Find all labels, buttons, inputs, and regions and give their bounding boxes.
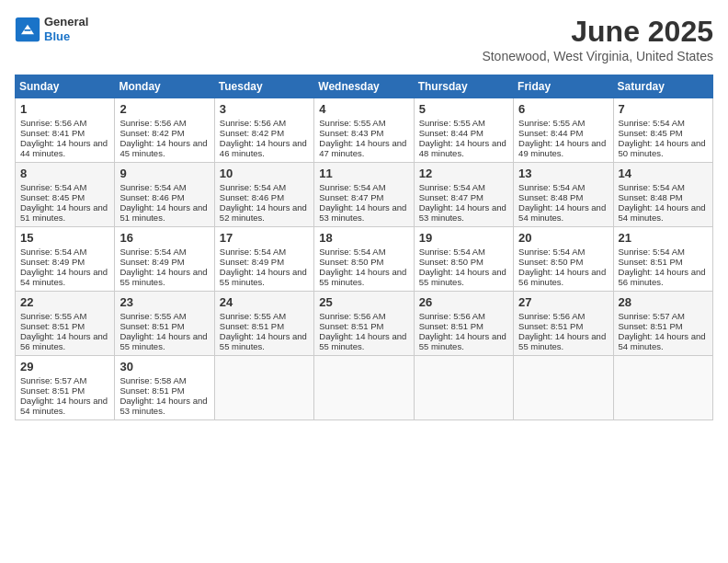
day-number: 29 (20, 360, 109, 373)
sunrise-label: Sunrise: 5:54 AM (518, 182, 585, 192)
sunrise-label: Sunrise: 5:56 AM (220, 118, 286, 128)
daylight-label: Daylight: 14 hours and 49 minutes. (518, 138, 606, 158)
daylight-label: Daylight: 14 hours and 45 minutes. (119, 138, 207, 158)
daylight-label: Daylight: 14 hours and 55 minutes. (319, 267, 406, 287)
calendar-day-cell: 1 Sunrise: 5:56 AM Sunset: 8:41 PM Dayli… (16, 98, 115, 163)
sunset-label: Sunset: 8:43 PM (319, 128, 383, 138)
logo-text-line1: General (44, 15, 88, 29)
daylight-label: Daylight: 14 hours and 55 minutes. (220, 267, 307, 287)
day-number: 16 (119, 231, 209, 245)
calendar-header: SundayMondayTuesdayWednesdayThursdayFrid… (16, 75, 713, 98)
sunrise-label: Sunrise: 5:54 AM (619, 247, 685, 257)
day-number: 25 (319, 295, 408, 309)
day-of-week-header: Friday (514, 75, 613, 98)
daylight-label: Daylight: 14 hours and 53 minutes. (419, 202, 506, 223)
sunrise-label: Sunrise: 5:55 AM (419, 118, 485, 128)
day-number: 12 (419, 167, 508, 180)
sunset-label: Sunset: 8:49 PM (220, 257, 284, 267)
calendar-day-cell (314, 356, 414, 420)
daylight-label: Daylight: 14 hours and 55 minutes. (119, 331, 207, 351)
sunrise-label: Sunrise: 5:56 AM (119, 118, 186, 128)
sunset-label: Sunset: 8:51 PM (119, 321, 184, 331)
daylight-label: Daylight: 14 hours and 55 minutes. (419, 267, 506, 287)
calendar-day-cell (214, 356, 313, 420)
day-number: 21 (619, 231, 708, 245)
day-number: 11 (319, 167, 408, 180)
daylight-label: Daylight: 14 hours and 56 minutes. (20, 331, 108, 351)
calendar-week-row: 22 Sunrise: 5:55 AM Sunset: 8:51 PM Dayl… (16, 292, 713, 356)
day-number: 26 (419, 295, 508, 309)
calendar-day-cell: 26 Sunrise: 5:56 AM Sunset: 8:51 PM Dayl… (414, 292, 513, 356)
calendar-day-cell: 24 Sunrise: 5:55 AM Sunset: 8:51 PM Dayl… (214, 292, 313, 356)
sunrise-label: Sunrise: 5:56 AM (20, 118, 86, 128)
day-of-week-header: Tuesday (214, 75, 313, 98)
daylight-label: Daylight: 14 hours and 48 minutes. (419, 138, 506, 158)
day-number: 2 (119, 102, 209, 116)
sunset-label: Sunset: 8:47 PM (419, 192, 483, 202)
sunrise-label: Sunrise: 5:56 AM (319, 311, 385, 321)
calendar-title: June 2025 (482, 15, 713, 49)
sunset-label: Sunset: 8:51 PM (20, 321, 85, 331)
sunset-label: Sunset: 8:49 PM (20, 257, 85, 267)
sunrise-label: Sunrise: 5:54 AM (20, 247, 86, 257)
sunset-label: Sunset: 8:41 PM (20, 128, 85, 138)
calendar-day-cell: 5 Sunrise: 5:55 AM Sunset: 8:44 PM Dayli… (414, 98, 513, 163)
calendar-day-cell: 20 Sunrise: 5:54 AM Sunset: 8:50 PM Dayl… (514, 227, 613, 292)
sunrise-label: Sunrise: 5:54 AM (619, 118, 685, 128)
sunset-label: Sunset: 8:51 PM (619, 257, 683, 267)
sunset-label: Sunset: 8:49 PM (119, 257, 184, 267)
daylight-label: Daylight: 14 hours and 53 minutes. (119, 396, 207, 416)
calendar-day-cell: 3 Sunrise: 5:56 AM Sunset: 8:42 PM Dayli… (214, 98, 313, 163)
calendar-body: 1 Sunrise: 5:56 AM Sunset: 8:41 PM Dayli… (16, 98, 713, 420)
logo-text-line2: Blue (44, 29, 88, 44)
daylight-label: Daylight: 14 hours and 50 minutes. (619, 138, 706, 158)
calendar-day-cell: 13 Sunrise: 5:54 AM Sunset: 8:48 PM Dayl… (514, 163, 613, 227)
day-number: 19 (419, 231, 508, 245)
calendar-day-cell: 27 Sunrise: 5:56 AM Sunset: 8:51 PM Dayl… (514, 292, 613, 356)
sunset-label: Sunset: 8:51 PM (518, 321, 583, 331)
page-header: General Blue June 2025 Stonewood, West V… (15, 15, 713, 63)
daylight-label: Daylight: 14 hours and 55 minutes. (119, 267, 207, 287)
sunrise-label: Sunrise: 5:54 AM (619, 182, 685, 192)
sunset-label: Sunset: 8:50 PM (319, 257, 383, 267)
sunrise-label: Sunrise: 5:55 AM (119, 311, 186, 321)
day-of-week-header: Wednesday (314, 75, 414, 98)
day-number: 8 (20, 167, 109, 180)
sunrise-label: Sunrise: 5:58 AM (119, 375, 186, 385)
daylight-label: Daylight: 14 hours and 51 minutes. (119, 202, 207, 223)
day-number: 14 (619, 167, 708, 180)
sunrise-label: Sunrise: 5:55 AM (319, 118, 385, 128)
daylight-label: Daylight: 14 hours and 54 minutes. (20, 267, 108, 287)
daylight-label: Daylight: 14 hours and 54 minutes. (619, 331, 706, 351)
calendar-day-cell: 12 Sunrise: 5:54 AM Sunset: 8:47 PM Dayl… (414, 163, 513, 227)
day-of-week-header: Sunday (16, 75, 115, 98)
daylight-label: Daylight: 14 hours and 51 minutes. (20, 202, 108, 223)
sunset-label: Sunset: 8:47 PM (319, 192, 383, 202)
day-number: 17 (220, 231, 309, 245)
sunrise-label: Sunrise: 5:57 AM (20, 375, 86, 385)
daylight-label: Daylight: 14 hours and 47 minutes. (319, 138, 406, 158)
day-number: 3 (220, 102, 309, 116)
sunrise-label: Sunrise: 5:54 AM (419, 247, 485, 257)
sunrise-label: Sunrise: 5:57 AM (619, 311, 685, 321)
daylight-label: Daylight: 14 hours and 54 minutes. (518, 202, 606, 223)
sunrise-label: Sunrise: 5:55 AM (220, 311, 286, 321)
calendar-day-cell: 18 Sunrise: 5:54 AM Sunset: 8:50 PM Dayl… (314, 227, 414, 292)
sunset-label: Sunset: 8:46 PM (119, 192, 184, 202)
daylight-label: Daylight: 14 hours and 54 minutes. (619, 202, 706, 223)
sunset-label: Sunset: 8:50 PM (518, 257, 583, 267)
calendar-day-cell: 25 Sunrise: 5:56 AM Sunset: 8:51 PM Dayl… (314, 292, 414, 356)
day-number: 13 (518, 167, 608, 180)
sunset-label: Sunset: 8:44 PM (518, 128, 583, 138)
sunset-label: Sunset: 8:44 PM (419, 128, 483, 138)
calendar-day-cell (514, 356, 613, 420)
day-number: 15 (20, 231, 109, 245)
day-number: 10 (220, 167, 309, 180)
day-number: 22 (20, 295, 109, 309)
calendar-day-cell: 14 Sunrise: 5:54 AM Sunset: 8:48 PM Dayl… (613, 163, 712, 227)
day-number: 4 (319, 102, 408, 116)
sunrise-label: Sunrise: 5:54 AM (319, 182, 385, 192)
calendar-day-cell: 22 Sunrise: 5:55 AM Sunset: 8:51 PM Dayl… (16, 292, 115, 356)
calendar-day-cell: 29 Sunrise: 5:57 AM Sunset: 8:51 PM Dayl… (16, 356, 115, 420)
day-of-week-header: Monday (115, 75, 214, 98)
